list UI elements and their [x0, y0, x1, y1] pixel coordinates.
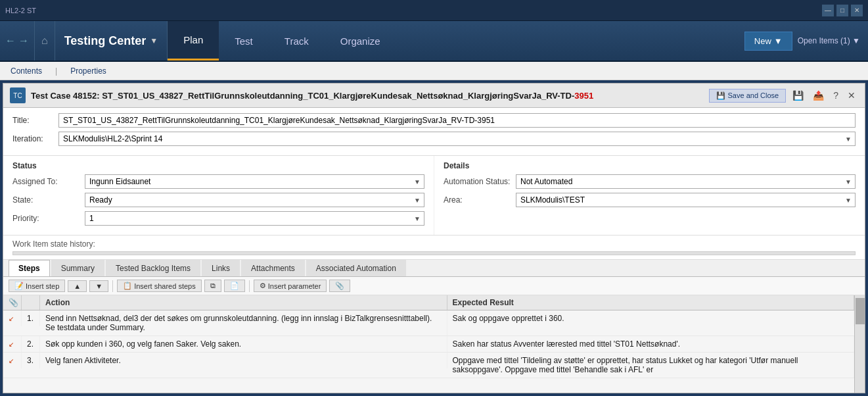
area-select-wrap: SLKModulis\TEST ▼ [516, 193, 856, 207]
insert-parameter-label: Insert parameter [268, 282, 321, 290]
maximize-button[interactable]: □ [836, 5, 848, 16]
steps-table-wrap: 📎 Action Expected Result ↙ 1. Send inn N… [3, 295, 865, 393]
col-num-header [22, 295, 40, 310]
nav-actions: New ▼ Open Items (1) ▼ [737, 21, 868, 61]
row1-action[interactable]: Send inn Nettsøknad, del3 der det søkes … [40, 310, 447, 335]
save-icon-button[interactable]: 💾 [790, 89, 806, 102]
form-area: Title: Iteration: SLKModulis\HL2-2\Sprin… [3, 108, 865, 156]
row2-expected[interactable]: Saken har status Avventer lærested med t… [447, 336, 855, 352]
insert-step-button[interactable]: 📝 Insert step [9, 280, 65, 292]
col-attach-header: 📎 [3, 295, 22, 310]
title-input[interactable] [58, 113, 856, 128]
subnav-properties[interactable]: Properties [68, 66, 109, 76]
row2-status-icon: ↙ [9, 341, 14, 348]
title-label: Title: [12, 116, 58, 125]
tabs-bar: Steps Summary Tested Backlog Items Links… [3, 260, 865, 277]
tab-summary[interactable]: Summary [51, 260, 104, 276]
attach-button[interactable]: 📎 [329, 280, 350, 292]
nav-menu-test[interactable]: Test [219, 21, 269, 61]
automation-status-row: Automation Status: Not Automated ▼ [444, 174, 856, 189]
new-button-label: New [754, 36, 771, 46]
save-close-label: Save and Close [728, 91, 779, 99]
tab-attachments[interactable]: Attachments [241, 260, 305, 276]
col-action-header: Action [40, 295, 447, 310]
area-label: Area: [444, 195, 516, 205]
move-up-button[interactable]: ▲ [68, 280, 87, 292]
save-close-button[interactable]: 💾 Save and Close [709, 89, 787, 103]
paste-button[interactable]: 📄 [224, 280, 245, 292]
title-row: Title: [12, 113, 856, 128]
back-button[interactable]: ← [5, 35, 16, 47]
details-section: Details Automation Status: Not Automated… [434, 156, 865, 235]
nav-home[interactable]: ⌂ [35, 21, 55, 61]
row1-expected[interactable]: Sak og oppgave opprettet i 360. [447, 310, 855, 326]
home-icon: ⌂ [41, 35, 48, 47]
doc-panel: TC Test Case 48152: ST_ST01_US_43827_Ret… [3, 83, 865, 393]
assigned-to-row: Assigned To: Ingunn Eidsaunet ▼ [12, 174, 424, 189]
vertical-scrollbar[interactable] [854, 295, 865, 393]
priority-label: Priority: [12, 214, 85, 223]
work-item-history: Work Item state history: [3, 235, 865, 260]
tab-links[interactable]: Links [202, 260, 240, 276]
work-item-history-bar [12, 251, 856, 255]
insert-parameter-button[interactable]: ⚙ Insert parameter [254, 280, 327, 292]
iteration-select[interactable]: SLKModulis\HL2-2\Sprint 14 [58, 132, 856, 146]
priority-row: Priority: 1 ▼ [12, 211, 424, 226]
new-dropdown-icon: ▼ [774, 36, 783, 46]
new-button[interactable]: New ▼ [744, 32, 792, 51]
scrollbar-thumb[interactable] [856, 298, 865, 324]
row2-num: 2. [22, 336, 40, 352]
save-icon: 💾 [716, 91, 725, 100]
close-window-button[interactable]: ✕ [851, 5, 863, 16]
status-section: Status Assigned To: Ingunn Eidsaunet ▼ S… [3, 156, 434, 235]
priority-select[interactable]: 1 [85, 211, 424, 226]
nav-menu-track[interactable]: Track [269, 21, 325, 61]
row3-action[interactable]: Velg fanen Aktiviteter. [40, 353, 447, 368]
tab-tested-backlog-items[interactable]: Tested Backlog Items [106, 260, 200, 276]
top-nav: ← → ⌂ Testing Center ▼ Plan Test Track O… [0, 21, 868, 62]
row3-expected[interactable]: Oppgave med tittel 'Tildeling av støtte'… [447, 353, 855, 378]
priority-select-wrap: 1 ▼ [85, 211, 424, 226]
steps-table-header: 📎 Action Expected Result [3, 295, 854, 310]
table-row: ↙ 2. Søk opp kunden i 360, og velg fanen… [3, 336, 854, 353]
nav-back-fwd: ← → [0, 21, 35, 61]
doc-header: TC Test Case 48152: ST_ST01_US_43827_Ret… [3, 84, 865, 108]
nav-title-text: Testing Center [64, 34, 147, 48]
work-item-history-label: Work Item state history: [12, 239, 95, 249]
assigned-to-select[interactable]: Ingunn Eidsaunet [85, 174, 424, 189]
nav-title-dropdown[interactable]: ▼ [150, 36, 158, 45]
insert-step-label: Insert step [26, 282, 59, 290]
copy-button[interactable]: ⧉ [204, 280, 221, 292]
row2-attach: ↙ [3, 336, 22, 352]
state-row: State: Ready ▼ [12, 193, 424, 207]
doc-title-suffix: 3951 [574, 91, 593, 101]
row3-status-icon: ↙ [9, 357, 14, 364]
open-items-label: Open Items (1) [798, 36, 850, 45]
minimize-button[interactable]: — [822, 5, 834, 16]
subnav-contents[interactable]: Contents [8, 66, 45, 76]
row2-action[interactable]: Søk opp kunden i 360, og velg fanen Sake… [40, 336, 447, 352]
share-icon-button[interactable]: 📤 [810, 89, 827, 102]
automation-status-select[interactable]: Not Automated [516, 174, 856, 189]
tab-associated-automation[interactable]: Associated Automation [306, 260, 406, 276]
table-row: ↙ 3. Velg fanen Aktiviteter. Oppgave med… [3, 353, 854, 378]
forward-button[interactable]: → [18, 35, 29, 47]
state-select-wrap: Ready ▼ [85, 193, 424, 207]
title-bar-workspace: HL2-2 ST [5, 7, 36, 14]
tab-steps[interactable]: Steps [9, 260, 50, 276]
insert-shared-steps-button[interactable]: 📋 Insert shared steps [117, 280, 202, 292]
subnav-separator: | [55, 66, 57, 76]
title-bar-controls[interactable]: — □ ✕ [822, 5, 863, 16]
nav-title-section: Testing Center ▼ [55, 21, 168, 61]
area-select[interactable]: SLKModulis\TEST [516, 193, 856, 207]
close-doc-button[interactable]: ✕ [845, 89, 858, 102]
help-icon-button[interactable]: ? [831, 89, 841, 102]
insert-shared-steps-icon: 📋 [123, 282, 132, 290]
table-row: ↙ 1. Send inn Nettsøknad, del3 der det s… [3, 310, 854, 336]
nav-menu-organize[interactable]: Organize [325, 21, 396, 61]
nav-menu-plan[interactable]: Plan [168, 21, 219, 61]
open-items-button[interactable]: Open Items (1) ▼ [798, 36, 860, 45]
state-select[interactable]: Ready [85, 193, 424, 207]
move-down-button[interactable]: ▼ [89, 280, 108, 292]
area-row: Area: SLKModulis\TEST ▼ [444, 193, 856, 207]
